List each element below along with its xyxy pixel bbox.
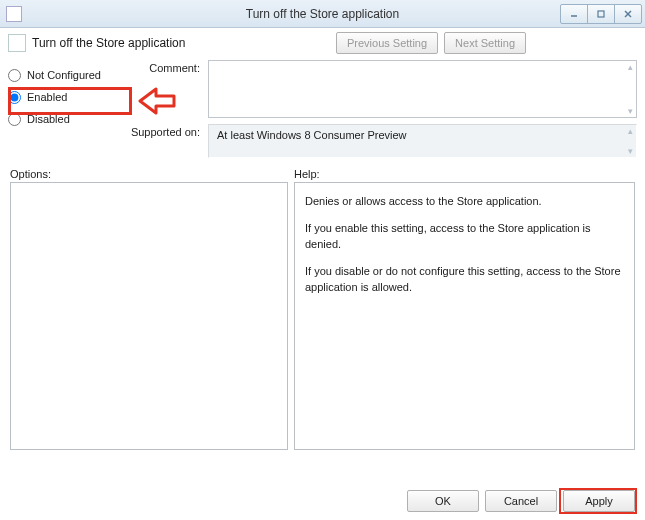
radio-disabled-label: Disabled <box>27 113 70 125</box>
radio-disabled[interactable]: Disabled <box>8 108 128 130</box>
help-text-1: Denies or allows access to the Store app… <box>305 193 624 210</box>
scroll-up-icon: ▴ <box>626 127 634 135</box>
help-text-3: If you disable or do not configure this … <box>305 263 624 296</box>
options-label: Options: <box>10 168 294 180</box>
help-text-2: If you enable this setting, access to th… <box>305 220 624 253</box>
previous-setting-button[interactable]: Previous Setting <box>336 32 438 54</box>
ok-button[interactable]: OK <box>407 490 479 512</box>
minimize-button[interactable] <box>560 4 588 24</box>
scroll-up-icon: ▴ <box>626 63 634 71</box>
options-pane <box>10 182 288 450</box>
radio-disabled-input[interactable] <box>8 113 21 126</box>
svg-rect-1 <box>598 11 604 17</box>
state-radios: Not Configured Enabled Disabled <box>8 60 128 158</box>
next-setting-button[interactable]: Next Setting <box>444 32 526 54</box>
policy-icon <box>8 34 26 52</box>
scroll-down-icon: ▾ <box>626 107 634 115</box>
pane-labels: Options: Help: <box>0 158 645 182</box>
window-buttons <box>561 4 642 24</box>
radio-not-configured-input[interactable] <box>8 69 21 82</box>
radio-enabled[interactable]: Enabled <box>8 86 128 108</box>
window-title: Turn off the Store application <box>0 7 645 21</box>
supported-value: At least Windows 8 Consumer Preview <box>217 129 407 141</box>
app-icon <box>6 6 22 22</box>
scroll-down-icon: ▾ <box>626 147 634 155</box>
comment-textarea[interactable]: ▴ ▾ <box>208 60 637 118</box>
maximize-button[interactable] <box>587 4 615 24</box>
help-pane: Denies or allows access to the Store app… <box>294 182 635 450</box>
policy-title: Turn off the Store application <box>32 36 185 50</box>
radio-not-configured[interactable]: Not Configured <box>8 64 128 86</box>
close-button[interactable] <box>614 4 642 24</box>
nav-buttons: Previous Setting Next Setting <box>336 32 526 54</box>
dialog-buttons: OK Cancel Apply <box>407 490 635 512</box>
apply-button[interactable]: Apply <box>563 490 635 512</box>
supported-label: Supported on: <box>128 124 208 138</box>
comment-label: Comment: <box>128 60 208 74</box>
title-bar: Turn off the Store application <box>0 0 645 28</box>
radio-not-configured-label: Not Configured <box>27 69 101 81</box>
fields: Comment: ▴ ▾ Supported on: At least Wind… <box>128 60 637 158</box>
config-area: Not Configured Enabled Disabled Comment:… <box>0 60 645 158</box>
radio-enabled-input[interactable] <box>8 91 21 104</box>
panes: Denies or allows access to the Store app… <box>0 182 645 450</box>
help-label: Help: <box>294 168 320 180</box>
supported-box: At least Windows 8 Consumer Preview ▴ ▾ <box>208 124 637 158</box>
cancel-button[interactable]: Cancel <box>485 490 557 512</box>
policy-header: Turn off the Store application Previous … <box>0 28 645 60</box>
radio-enabled-label: Enabled <box>27 91 67 103</box>
